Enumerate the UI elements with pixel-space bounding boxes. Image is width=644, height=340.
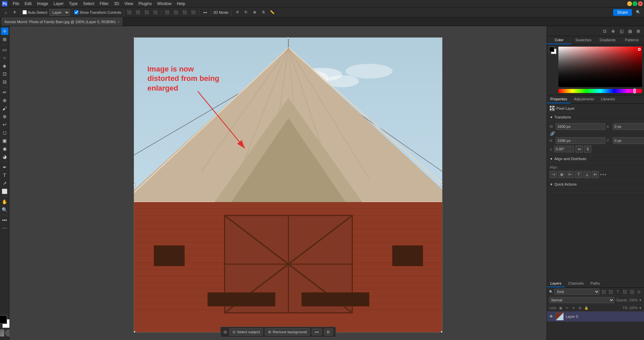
menu-file[interactable]: File	[10, 0, 22, 7]
layer-select[interactable]: Layer Group	[49, 9, 70, 16]
color-gradient-cursor[interactable]	[638, 48, 641, 51]
search-btn[interactable]: 🔍	[635, 9, 642, 16]
more-options-btn[interactable]: •••	[312, 329, 322, 335]
gradient-chip[interactable]	[0, 329, 4, 337]
align-left-edge-btn[interactable]: ⊣	[550, 171, 557, 178]
type-tool[interactable]: T	[1, 172, 8, 179]
close-button[interactable]: ✕	[638, 1, 643, 6]
crop-tool[interactable]: ⊡	[1, 70, 8, 78]
maximize-button[interactable]: □	[633, 1, 637, 6]
align-bottom-edge-btn[interactable]: ⊨	[592, 171, 599, 178]
lock-paint-btn[interactable]: ✏	[564, 305, 570, 310]
object-selection-tool[interactable]: ◈	[1, 62, 8, 69]
minimize-button[interactable]: ─	[627, 1, 632, 6]
blur-tool[interactable]: ◉	[1, 145, 8, 152]
distribute-btn[interactable]: ⬛	[190, 9, 197, 16]
toolbar-options-btn[interactable]: ⋯	[1, 225, 8, 232]
opacity-chevron[interactable]: ▼	[639, 298, 642, 302]
frame-tool[interactable]: ⊟	[1, 78, 8, 86]
layers-filter-3[interactable]: T	[615, 289, 621, 295]
layers-filter-4[interactable]: ⬛	[622, 289, 628, 295]
angle-input[interactable]	[554, 146, 574, 152]
ruler-btn[interactable]: 📏	[269, 9, 276, 16]
panel-icon-1[interactable]: ⊡	[601, 28, 608, 35]
lock-transparent-btn[interactable]: ▣	[558, 305, 563, 310]
zoom-tool[interactable]: 🔍	[1, 206, 8, 213]
transform-w-input[interactable]	[556, 123, 605, 130]
dodge-tool[interactable]: ◕	[1, 153, 8, 160]
align-section-header[interactable]: ▼ Align and Distribute	[547, 155, 644, 163]
menu-select[interactable]: Select	[80, 0, 97, 7]
layer-visibility-toggle[interactable]: 👁	[549, 314, 554, 319]
lock-position-btn[interactable]: ✛	[571, 305, 576, 310]
menu-edit[interactable]: Edit	[22, 0, 34, 7]
path-selection-tool[interactable]: ↗	[1, 180, 8, 187]
color-tab-color[interactable]: Color	[547, 36, 571, 44]
canvas[interactable]: Image is now distorted from being enlarg…	[134, 37, 443, 333]
lock-artboard-btn[interactable]: ⊞	[577, 305, 583, 310]
rotate-btn[interactable]: ⊕	[251, 9, 259, 16]
transform-h-input[interactable]	[556, 137, 605, 144]
auto-select-option[interactable]: Auto-Select:	[22, 10, 48, 14]
align-middle-btn[interactable]: ⬛	[172, 9, 180, 16]
document-tab[interactable]: Kenzie Morris' Photo of Family Barn.jpg …	[1, 17, 123, 26]
home-button[interactable]: ⌂	[2, 9, 9, 16]
layers-tab-paths[interactable]: Paths	[587, 280, 603, 287]
color-tab-gradients[interactable]: Gradients	[596, 36, 620, 44]
menu-layer[interactable]: Layer	[51, 0, 66, 7]
align-spacer[interactable]: ⬛	[152, 9, 159, 16]
close-tab-btn[interactable]: ×	[118, 20, 120, 24]
select-subject-button[interactable]: ⊙ Select subject	[229, 328, 263, 336]
menu-view[interactable]: View	[122, 0, 136, 7]
layers-filter-toggle[interactable]: ◎	[636, 289, 642, 295]
panel-icon-2[interactable]: ⊕	[609, 28, 617, 35]
mask-options-btn[interactable]: ⊟	[324, 329, 333, 336]
menu-filter[interactable]: Filter	[97, 0, 111, 7]
transform-x-input[interactable]	[613, 123, 644, 130]
eraser-tool[interactable]: ◻	[1, 129, 8, 136]
align-more-options[interactable]: •••	[600, 172, 607, 177]
more-tools-btn[interactable]: •••	[1, 216, 8, 224]
redo-btn[interactable]: ↻	[242, 9, 250, 16]
lasso-tool[interactable]: ○	[1, 54, 8, 61]
color-tab-swatches[interactable]: Swatches	[571, 36, 595, 44]
layers-kind-select[interactable]: Kind Name Effect Mode	[554, 289, 600, 295]
color-hue-strip[interactable]	[558, 89, 642, 93]
show-transform-checkbox[interactable]	[74, 10, 79, 14]
flip-btn[interactable]: ⇅	[260, 9, 267, 16]
selection-handle-mr[interactable]	[441, 184, 442, 186]
pen-tool[interactable]: ✒	[1, 163, 8, 171]
share-button[interactable]: Share	[613, 9, 632, 16]
align-bottom-btn[interactable]: ⬛	[181, 9, 188, 16]
layers-blend-mode-select[interactable]: Normal Multiply Screen Overlay	[549, 297, 614, 303]
align-center-h-btn2[interactable]: ⊕	[558, 171, 565, 178]
history-brush-tool[interactable]: ↩	[1, 121, 8, 128]
hand-tool[interactable]: ✋	[1, 198, 8, 205]
extra-options-btn[interactable]: •••	[201, 9, 209, 16]
move-tool[interactable]: ✛	[1, 28, 8, 35]
fill-chevron[interactable]: ▼	[639, 306, 642, 310]
lock-all-btn[interactable]: 🔒	[584, 305, 589, 310]
show-transform-option[interactable]: Show Transform Controls	[74, 10, 121, 14]
flip-h-btn[interactable]: ⇔	[576, 145, 583, 153]
menu-help[interactable]: Help	[174, 0, 188, 7]
layers-filter-5[interactable]: ⬛	[629, 289, 635, 295]
align-left-btn[interactable]: ⬛	[126, 9, 133, 16]
quick-actions-header[interactable]: ▼ Quick Actions	[547, 181, 644, 188]
undo-btn[interactable]: ↺	[234, 9, 241, 16]
menu-3d[interactable]: 3D	[111, 0, 122, 7]
selection-handle-tl[interactable]	[134, 38, 135, 39]
selection-handle-br[interactable]	[441, 331, 442, 332]
tab-libraries[interactable]: Libraries	[598, 95, 618, 103]
layers-tab-channels[interactable]: Channels	[565, 280, 587, 287]
fg-color-chip[interactable]	[549, 47, 554, 52]
artboard-tool[interactable]: ⊞	[1, 36, 8, 43]
gradient-tool[interactable]: ▣	[1, 137, 8, 144]
align-top-edge-btn[interactable]: ⊤	[575, 171, 582, 178]
flip-v-btn[interactable]: ⇕	[584, 145, 591, 153]
foreground-color-chip[interactable]	[0, 315, 7, 324]
align-right-btn[interactable]: ⬛	[143, 9, 150, 16]
selection-handle-tm[interactable]	[287, 38, 289, 39]
rectangular-marquee-tool[interactable]: ▭	[1, 46, 8, 53]
layer-item-0[interactable]: 👁 Layer 0	[547, 311, 644, 322]
